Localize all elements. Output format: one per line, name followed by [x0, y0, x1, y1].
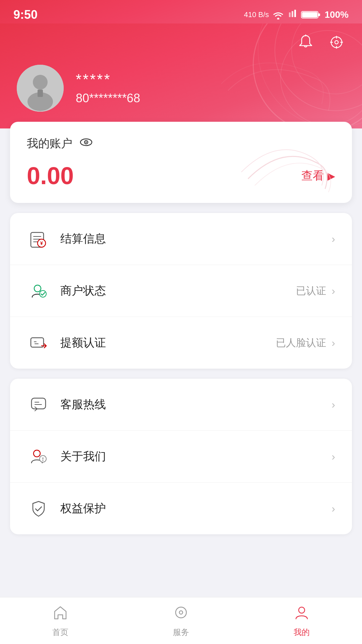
- profile-info: ***** 80********68: [76, 71, 140, 105]
- about-us-label: 关于我们: [60, 449, 331, 464]
- menu-card-1: ¥ 结算信息 › 商户状态 已认证 ›: [10, 213, 352, 369]
- svg-point-30: [299, 607, 305, 613]
- profile-label: 我的: [294, 627, 310, 638]
- account-header: 我的账户: [27, 135, 335, 152]
- merchant-icon: [27, 279, 50, 303]
- merchant-status-item[interactable]: 商户状态 已认证 ›: [10, 265, 352, 317]
- home-icon: [52, 604, 69, 624]
- view-button[interactable]: 查看 ▶: [301, 168, 335, 183]
- scan-button[interactable]: [328, 34, 345, 55]
- settlement-label: 结算信息: [60, 231, 331, 247]
- nav-profile[interactable]: 我的: [241, 604, 362, 638]
- face-verify-arrow: ›: [331, 337, 335, 349]
- about-us-item[interactable]: 关于我们 ›: [10, 431, 352, 483]
- svg-rect-4: [318, 13, 320, 16]
- account-card: 我的账户 0.00 查看 ▶: [10, 122, 352, 203]
- about-us-icon: [27, 445, 50, 468]
- rights-protection-icon: [27, 497, 50, 520]
- profile-name: *****: [76, 71, 140, 88]
- page-content: 我的账户 0.00 查看 ▶: [0, 122, 362, 598]
- svg-point-12: [33, 75, 48, 90]
- svg-rect-1: [292, 11, 293, 17]
- face-verify-icon: [27, 331, 50, 355]
- account-body: 0.00 查看 ▶: [27, 162, 335, 190]
- service-icon: [173, 604, 189, 624]
- settlement-info-item[interactable]: ¥ 结算信息 ›: [10, 213, 352, 265]
- customer-service-label: 客服热线: [60, 397, 331, 412]
- profile-row: ***** 80********68: [17, 65, 345, 112]
- settlement-arrow: ›: [331, 233, 335, 245]
- merchant-label: 商户状态: [60, 283, 296, 299]
- battery-percent: 100%: [324, 9, 349, 20]
- rights-protection-item[interactable]: 权益保护 ›: [10, 483, 352, 534]
- nav-service[interactable]: 服务: [121, 604, 241, 638]
- svg-point-21: [34, 285, 41, 292]
- face-verify-label: 提额认证: [60, 335, 276, 351]
- customer-service-item[interactable]: 客服热线 ›: [10, 379, 352, 431]
- status-right: 410 B/s 100%: [244, 9, 349, 20]
- status-time: 9:50: [13, 8, 38, 22]
- network-speed: 410 B/s: [244, 10, 269, 19]
- settlement-icon: ¥: [27, 227, 50, 251]
- wifi-icon: [272, 10, 284, 19]
- svg-point-29: [179, 611, 183, 614]
- svg-rect-2: [294, 10, 296, 17]
- svg-point-17: [85, 142, 87, 143]
- customer-service-icon: [27, 393, 50, 416]
- face-verify-item[interactable]: 提额认证 已人脸认证 ›: [10, 317, 352, 369]
- account-amount: 0.00: [27, 162, 74, 190]
- home-label: 首页: [52, 627, 68, 638]
- header: ***** 80********68: [0, 23, 362, 128]
- bottom-nav: 首页 服务 我的: [0, 597, 362, 644]
- status-bar: 9:50 410 B/s 100%: [0, 0, 362, 23]
- view-arrow-icon: ▶: [327, 170, 335, 182]
- merchant-arrow: ›: [331, 285, 335, 297]
- merchant-value: 已认证: [296, 284, 326, 298]
- avatar[interactable]: [17, 65, 64, 112]
- battery-icon: [301, 10, 321, 20]
- menu-card-2: 客服热线 › 关于我们 ›: [10, 379, 352, 534]
- profile-icon: [293, 604, 310, 624]
- header-icons: [17, 34, 345, 55]
- eye-icon-button[interactable]: [79, 135, 93, 152]
- svg-rect-5: [302, 12, 317, 17]
- customer-service-arrow: ›: [331, 398, 335, 411]
- svg-point-25: [34, 450, 40, 457]
- service-label: 服务: [173, 627, 189, 638]
- rights-protection-label: 权益保护: [60, 501, 331, 516]
- svg-rect-24: [32, 398, 46, 409]
- svg-point-27: [42, 458, 44, 459]
- svg-point-10: [335, 41, 338, 44]
- notification-button[interactable]: [297, 34, 314, 55]
- account-title: 我的账户: [27, 136, 72, 151]
- svg-text:¥: ¥: [40, 240, 43, 246]
- svg-rect-14: [38, 90, 43, 97]
- svg-rect-0: [289, 12, 291, 17]
- nav-home[interactable]: 首页: [0, 604, 121, 638]
- rights-protection-arrow: ›: [331, 502, 335, 515]
- profile-phone: 80********68: [76, 91, 140, 105]
- svg-point-28: [176, 607, 186, 618]
- face-verify-value: 已人脸认证: [276, 336, 326, 350]
- about-us-arrow: ›: [331, 450, 335, 463]
- signal-icon: [288, 10, 298, 20]
